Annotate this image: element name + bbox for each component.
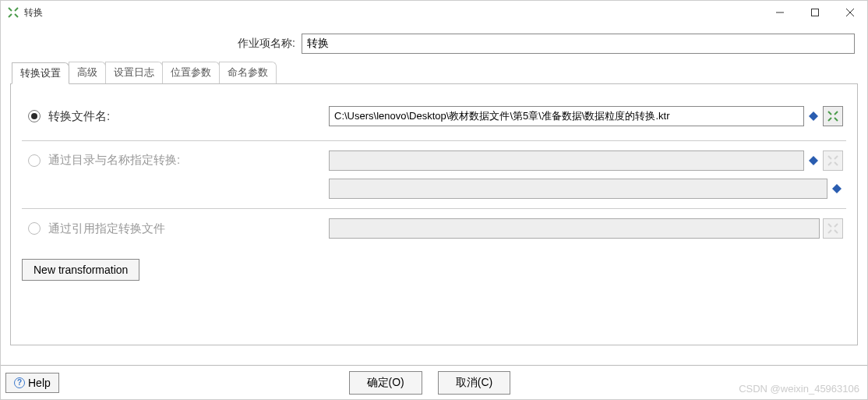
job-name-label: 作业项名称: <box>13 37 302 51</box>
file-field-wrap <box>329 106 843 126</box>
name-input <box>329 179 827 199</box>
variable-icon[interactable] <box>807 110 820 122</box>
dirname-fields <box>329 150 843 199</box>
tab-panel: 转换文件名: 通过目录与名称指定转换: <box>10 84 858 345</box>
tab-position-params[interactable]: 位置参数 <box>162 62 220 83</box>
content-area: 作业项名称: 转换设置 高级 设置日志 位置参数 命名参数 转换文件名: <box>1 24 867 345</box>
radio-dirname-label: 通过目录与名称指定转换: <box>48 153 180 168</box>
titlebar: 转换 <box>1 1 867 24</box>
directory-input <box>329 150 804 171</box>
help-label: Help <box>28 377 51 389</box>
radio-ref-wrap[interactable]: 通过引用指定转换文件 <box>25 221 329 236</box>
footer: ? Help 确定(O) 取消(C) <box>1 365 867 399</box>
help-button[interactable]: ? Help <box>5 373 59 393</box>
window-title: 转换 <box>24 6 762 19</box>
ok-button[interactable]: 确定(O) <box>349 371 422 395</box>
tab-logging[interactable]: 设置日志 <box>105 62 163 83</box>
radio-file[interactable] <box>28 110 41 122</box>
minimize-button[interactable] <box>762 2 797 23</box>
browse-button[interactable] <box>823 106 843 126</box>
ref-input <box>329 218 820 239</box>
job-name-input[interactable] <box>302 34 855 54</box>
radio-ref-label: 通过引用指定转换文件 <box>48 221 165 236</box>
maximize-button[interactable] <box>797 2 832 23</box>
tab-named-params[interactable]: 命名参数 <box>219 62 277 83</box>
ref-field-wrap <box>329 218 843 239</box>
app-icon <box>7 6 19 19</box>
file-path-input[interactable] <box>329 106 804 126</box>
footer-actions: 确定(O) 取消(C) <box>59 371 800 395</box>
close-button[interactable] <box>832 2 867 23</box>
browse-button-disabled <box>823 218 843 239</box>
svg-rect-0 <box>811 9 818 16</box>
variable-icon <box>807 154 820 167</box>
tab-transform-settings[interactable]: 转换设置 <box>12 62 69 84</box>
radio-dirname-wrap[interactable]: 通过目录与名称指定转换: <box>25 150 329 168</box>
tab-advanced[interactable]: 高级 <box>69 62 106 83</box>
tabs: 转换设置 高级 设置日志 位置参数 命名参数 <box>10 62 858 84</box>
section-ref: 通过引用指定转换文件 <box>22 209 846 248</box>
job-name-row: 作业项名称: <box>10 34 858 54</box>
section-file: 转换文件名: <box>22 95 846 141</box>
section-dirname: 通过目录与名称指定转换: <box>22 141 846 209</box>
help-icon: ? <box>14 377 25 388</box>
radio-ref[interactable] <box>28 222 41 235</box>
new-transformation-button[interactable]: New transformation <box>22 259 139 281</box>
browse-button-disabled <box>823 150 843 171</box>
window-controls <box>762 2 867 23</box>
radio-file-label: 转换文件名: <box>48 109 110 124</box>
dialog-window: 转换 作业项名称: 转换设置 高级 设置日志 位置参数 命名参数 转换文件名: <box>0 0 868 400</box>
cancel-button[interactable]: 取消(C) <box>438 371 510 395</box>
radio-dirname[interactable] <box>28 154 41 167</box>
new-transformation-row: New transformation <box>22 259 846 281</box>
variable-icon <box>831 182 843 195</box>
radio-file-wrap[interactable]: 转换文件名: <box>25 109 329 124</box>
